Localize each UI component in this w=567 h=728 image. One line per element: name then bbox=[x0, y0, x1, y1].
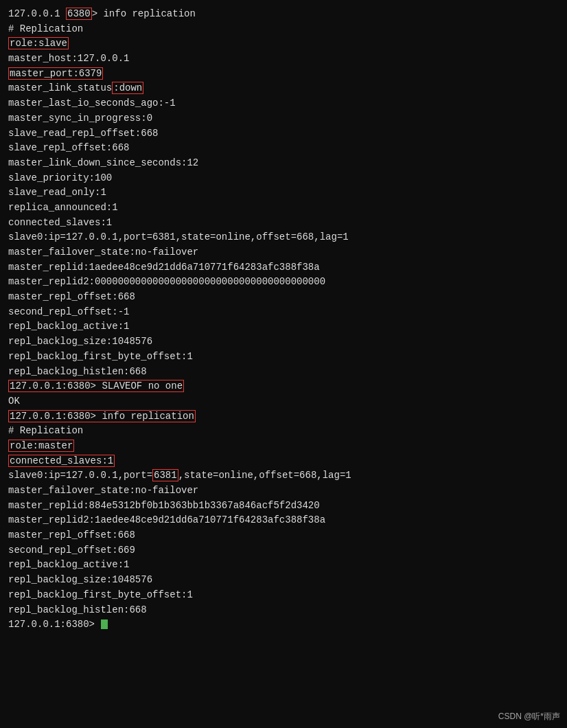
line-21: second_repl_offset:-1 bbox=[8, 305, 559, 320]
line-37: second_repl_offset:669 bbox=[8, 543, 559, 558]
info-replication-cmd-block: 127.0.0.1:6380> info replication bbox=[8, 410, 196, 422]
line-14: replica_announced:1 bbox=[8, 201, 559, 216]
link-status-down: :down bbox=[112, 82, 143, 94]
line-8: master_sync_in_progress:0 bbox=[8, 111, 559, 126]
line-19: master_replid2:0000000000000000000000000… bbox=[8, 275, 559, 290]
line-31: connected_slaves:1 bbox=[8, 454, 559, 469]
slaveof-cmd-block: 127.0.0.1:6380> SLAVEOF no one bbox=[8, 380, 184, 392]
line-34: master_replid:884e5312bf0b1b363bb1b3367a… bbox=[8, 499, 559, 514]
line-26: 127.0.0.1:6380> SLAVEOF no one bbox=[8, 379, 559, 394]
prompt-prefix: 127.0.0.1 bbox=[8, 8, 66, 19]
line-30: role:master bbox=[8, 439, 559, 454]
line-1: 127.0.0.1 6380> info replication bbox=[8, 7, 559, 22]
line-16: slave0:ip=127.0.0.1,port=6381,state=onli… bbox=[8, 230, 559, 245]
cursor bbox=[101, 619, 108, 629]
line-27: OK bbox=[8, 394, 559, 409]
line-25: repl_backlog_histlen:668 bbox=[8, 365, 559, 380]
line-17: master_failover_state:no-failover bbox=[8, 245, 559, 260]
line-18: master_replid:1aedee48ce9d21dd6a710771f6… bbox=[8, 260, 559, 275]
slave-port-6381: 6381 bbox=[152, 469, 178, 481]
line-4: master_host:127.0.0.1 bbox=[8, 52, 559, 67]
line-41: repl_backlog_histlen:668 bbox=[8, 603, 559, 618]
line-42: 127.0.0.1:6380> bbox=[8, 617, 559, 633]
connected-slaves: connected_slaves:1 bbox=[8, 455, 115, 467]
line-24: repl_backlog_first_byte_offset:1 bbox=[8, 350, 559, 365]
line-28: 127.0.0.1:6380> info replication bbox=[8, 409, 559, 424]
line-33: master_failover_state:no-failover bbox=[8, 484, 559, 499]
role-master: role:master bbox=[8, 440, 74, 452]
terminal-output: 127.0.0.1 6380> info replication # Repli… bbox=[8, 7, 559, 633]
line-5: master_port:6379 bbox=[8, 67, 559, 82]
line-39: repl_backlog_size:1048576 bbox=[8, 573, 559, 588]
master-port: master_port:6379 bbox=[8, 67, 103, 80]
port-badge: 6380 bbox=[66, 8, 92, 20]
line-3: role:slave bbox=[8, 36, 559, 52]
line-15: connected_slaves:1 bbox=[8, 216, 559, 231]
line-2: # Replication bbox=[8, 22, 559, 37]
line-36: master_repl_offset:668 bbox=[8, 528, 559, 543]
line-32: slave0:ip=127.0.0.1,port=6381,state=onli… bbox=[8, 468, 559, 484]
line-40: repl_backlog_first_byte_offset:1 bbox=[8, 588, 559, 603]
line-20: master_repl_offset:668 bbox=[8, 290, 559, 305]
line-11: master_link_down_since_seconds:12 bbox=[8, 156, 559, 171]
line-10: slave_repl_offset:668 bbox=[8, 141, 559, 156]
prompt-cmd: > info replication bbox=[92, 8, 196, 19]
line-35: master_replid2:1aedee48ce9d21dd6a710771f… bbox=[8, 513, 559, 528]
line-38: repl_backlog_active:1 bbox=[8, 558, 559, 573]
line-23: repl_backlog_size:1048576 bbox=[8, 334, 559, 350]
line-13: slave_read_only:1 bbox=[8, 185, 559, 201]
line-6: master_link_status:down bbox=[8, 81, 559, 96]
line-29: # Replication bbox=[8, 424, 559, 439]
line-7: master_last_io_seconds_ago:-1 bbox=[8, 96, 559, 111]
watermark: CSDN @听*雨声 bbox=[498, 711, 560, 723]
role-slave: role:slave bbox=[8, 37, 69, 49]
line-9: slave_read_repl_offset:668 bbox=[8, 126, 559, 141]
line-22: repl_backlog_active:1 bbox=[8, 319, 559, 334]
line-12: slave_priority:100 bbox=[8, 171, 559, 186]
